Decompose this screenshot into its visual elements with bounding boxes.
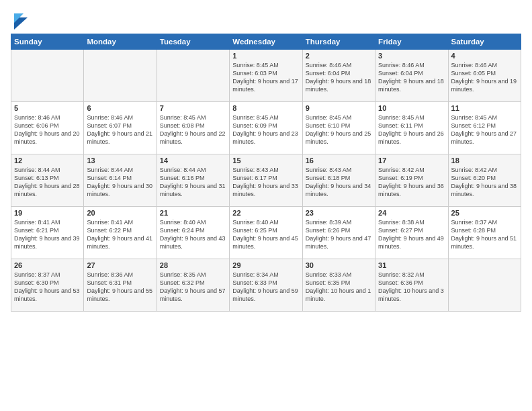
day-info: Sunrise: 8:45 AM Sunset: 6:09 PM Dayligh… [232,113,299,146]
calendar-cell: 17Sunrise: 8:42 AM Sunset: 6:19 PM Dayli… [375,154,448,207]
day-info: Sunrise: 8:45 AM Sunset: 6:10 PM Dayligh… [306,113,372,146]
day-number: 13 [87,156,153,165]
day-info: Sunrise: 8:40 AM Sunset: 6:25 PM Dayligh… [232,218,299,251]
header-cell-sunday: Sunday [11,34,84,50]
day-number: 24 [378,209,445,217]
day-info: Sunrise: 8:33 AM Sunset: 6:35 PM Dayligh… [306,271,372,304]
header-cell-friday: Friday [375,34,448,50]
day-info: Sunrise: 8:46 AM Sunset: 6:04 PM Dayligh… [378,61,445,94]
calendar-cell: 1Sunrise: 8:45 AM Sunset: 6:03 PM Daylig… [230,50,302,102]
calendar-cell: 21Sunrise: 8:40 AM Sunset: 6:24 PM Dayli… [157,207,229,259]
day-number: 11 [451,104,518,112]
day-info: Sunrise: 8:44 AM Sunset: 6:14 PM Dayligh… [87,166,153,199]
day-number: 22 [232,209,299,217]
day-info: Sunrise: 8:41 AM Sunset: 6:22 PM Dayligh… [87,218,153,251]
day-number: 14 [160,156,226,165]
day-info: Sunrise: 8:42 AM Sunset: 6:19 PM Dayligh… [378,166,445,199]
day-number: 9 [306,104,372,112]
calendar-cell: 10Sunrise: 8:45 AM Sunset: 6:11 PM Dayli… [375,102,448,154]
day-info: Sunrise: 8:37 AM Sunset: 6:28 PM Dayligh… [451,218,518,251]
day-info: Sunrise: 8:32 AM Sunset: 6:36 PM Dayligh… [378,271,445,304]
calendar-cell: 6Sunrise: 8:46 AM Sunset: 6:07 PM Daylig… [84,102,157,154]
day-info: Sunrise: 8:38 AM Sunset: 6:27 PM Dayligh… [378,218,445,251]
calendar-cell [157,50,229,102]
header-cell-wednesday: Wednesday [230,34,302,50]
day-info: Sunrise: 8:45 AM Sunset: 6:12 PM Dayligh… [451,113,518,146]
day-info: Sunrise: 8:44 AM Sunset: 6:16 PM Dayligh… [160,166,226,199]
day-info: Sunrise: 8:37 AM Sunset: 6:30 PM Dayligh… [14,271,81,304]
day-number: 5 [14,104,81,112]
logo [11,11,28,30]
calendar-cell: 23Sunrise: 8:39 AM Sunset: 6:26 PM Dayli… [302,207,375,259]
day-number: 29 [232,261,299,269]
calendar-cell: 8Sunrise: 8:45 AM Sunset: 6:09 PM Daylig… [230,102,302,154]
calendar-cell: 19Sunrise: 8:41 AM Sunset: 6:21 PM Dayli… [11,207,84,259]
day-number: 10 [378,104,445,112]
calendar-cell: 12Sunrise: 8:44 AM Sunset: 6:13 PM Dayli… [11,154,84,207]
day-info: Sunrise: 8:46 AM Sunset: 6:05 PM Dayligh… [451,61,518,94]
header [11,8,521,30]
day-number: 26 [14,261,81,269]
calendar-cell: 18Sunrise: 8:42 AM Sunset: 6:20 PM Dayli… [448,154,521,207]
header-cell-saturday: Saturday [448,34,521,50]
day-number: 16 [306,156,372,165]
day-info: Sunrise: 8:43 AM Sunset: 6:18 PM Dayligh… [306,166,372,199]
day-number: 17 [378,156,445,165]
day-info: Sunrise: 8:45 AM Sunset: 6:11 PM Dayligh… [378,113,445,146]
calendar-cell: 3Sunrise: 8:46 AM Sunset: 6:04 PM Daylig… [375,50,448,102]
header-cell-thursday: Thursday [302,34,375,50]
day-number: 20 [87,209,153,217]
header-cell-tuesday: Tuesday [157,34,229,50]
calendar-week-row: 12Sunrise: 8:44 AM Sunset: 6:13 PM Dayli… [11,154,521,207]
day-number: 19 [14,209,81,217]
calendar-week-row: 19Sunrise: 8:41 AM Sunset: 6:21 PM Dayli… [11,207,521,259]
day-number: 31 [378,261,445,269]
day-number: 21 [160,209,226,217]
calendar-cell: 22Sunrise: 8:40 AM Sunset: 6:25 PM Dayli… [230,207,302,259]
calendar-cell: 2Sunrise: 8:46 AM Sunset: 6:04 PM Daylig… [302,50,375,102]
calendar-cell: 5Sunrise: 8:46 AM Sunset: 6:06 PM Daylig… [11,102,84,154]
day-number: 30 [306,261,372,269]
day-number: 23 [306,209,372,217]
day-info: Sunrise: 8:36 AM Sunset: 6:31 PM Dayligh… [87,271,153,304]
day-number: 12 [14,156,81,165]
day-number: 8 [232,104,299,112]
day-info: Sunrise: 8:46 AM Sunset: 6:06 PM Dayligh… [14,113,81,146]
calendar-cell: 9Sunrise: 8:45 AM Sunset: 6:10 PM Daylig… [302,102,375,154]
calendar-cell: 11Sunrise: 8:45 AM Sunset: 6:12 PM Dayli… [448,102,521,154]
calendar-table: SundayMondayTuesdayWednesdayThursdayFrid… [11,34,521,312]
day-number: 15 [232,156,299,165]
calendar-cell: 7Sunrise: 8:45 AM Sunset: 6:08 PM Daylig… [157,102,229,154]
day-number: 25 [451,209,518,217]
calendar-cell: 15Sunrise: 8:43 AM Sunset: 6:17 PM Dayli… [230,154,302,207]
calendar-week-row: 1Sunrise: 8:45 AM Sunset: 6:03 PM Daylig… [11,50,521,102]
calendar-cell [448,259,521,312]
day-number: 27 [87,261,153,269]
calendar-cell: 28Sunrise: 8:35 AM Sunset: 6:32 PM Dayli… [157,259,229,312]
day-info: Sunrise: 8:40 AM Sunset: 6:24 PM Dayligh… [160,218,226,251]
day-number: 28 [160,261,226,269]
calendar-cell: 26Sunrise: 8:37 AM Sunset: 6:30 PM Dayli… [11,259,84,312]
day-info: Sunrise: 8:34 AM Sunset: 6:33 PM Dayligh… [232,271,299,304]
day-number: 3 [378,52,445,60]
calendar-cell: 14Sunrise: 8:44 AM Sunset: 6:16 PM Dayli… [157,154,229,207]
day-info: Sunrise: 8:46 AM Sunset: 6:04 PM Dayligh… [306,61,372,94]
day-number: 6 [87,104,153,112]
day-info: Sunrise: 8:43 AM Sunset: 6:17 PM Dayligh… [232,166,299,199]
day-info: Sunrise: 8:45 AM Sunset: 6:08 PM Dayligh… [160,113,226,146]
day-number: 4 [451,52,518,60]
calendar-cell: 20Sunrise: 8:41 AM Sunset: 6:22 PM Dayli… [84,207,157,259]
calendar-cell: 25Sunrise: 8:37 AM Sunset: 6:28 PM Dayli… [448,207,521,259]
calendar-cell: 29Sunrise: 8:34 AM Sunset: 6:33 PM Dayli… [230,259,302,312]
calendar-week-row: 26Sunrise: 8:37 AM Sunset: 6:30 PM Dayli… [11,259,521,312]
calendar-cell: 31Sunrise: 8:32 AM Sunset: 6:36 PM Dayli… [375,259,448,312]
day-info: Sunrise: 8:44 AM Sunset: 6:13 PM Dayligh… [14,166,81,199]
header-row: SundayMondayTuesdayWednesdayThursdayFrid… [11,34,521,50]
day-info: Sunrise: 8:41 AM Sunset: 6:21 PM Dayligh… [14,218,81,251]
day-number: 7 [160,104,226,112]
day-number: 18 [451,156,518,165]
calendar-week-row: 5Sunrise: 8:46 AM Sunset: 6:06 PM Daylig… [11,102,521,154]
day-info: Sunrise: 8:46 AM Sunset: 6:07 PM Dayligh… [87,113,153,146]
page: SundayMondayTuesdayWednesdayThursdayFrid… [0,0,532,411]
calendar-cell: 4Sunrise: 8:46 AM Sunset: 6:05 PM Daylig… [448,50,521,102]
